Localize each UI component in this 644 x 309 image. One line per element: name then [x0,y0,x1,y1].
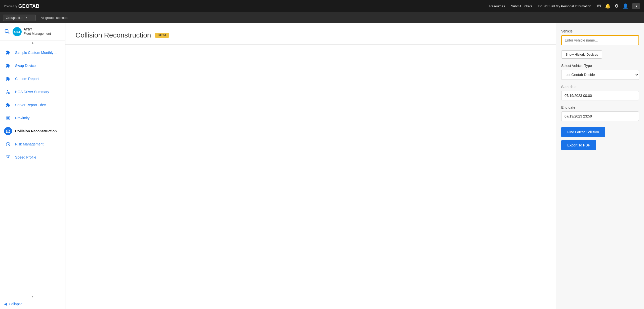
sidebar-item-label-7: Risk Management [15,142,44,146]
chart-icon [4,140,12,148]
main-body [65,45,556,145]
main-content: Collision Reconstruction BETA [65,23,556,309]
brand-name-att: AT&T [24,27,51,32]
vehicle-label: Vehicle [561,29,639,33]
sidebar-collapse-button[interactable]: ◀ Collapse [0,299,65,309]
page-header: Collision Reconstruction BETA [65,23,556,45]
sidebar-item-risk-management[interactable]: Risk Management [0,138,65,151]
sidebar-item-hos-driver-summary[interactable]: HOS Driver Summary [0,85,65,98]
groups-filter-button[interactable]: Groups filter ▾ [3,15,36,21]
groups-filter-label: Groups filter [6,16,24,20]
collapse-chevron-icon: ◀ [4,302,7,306]
gear-icon[interactable]: ⚙ [615,3,619,9]
end-date-label: End date [561,105,639,109]
geotab-logo: Powered by GEOTAB [4,3,39,9]
right-panel: Vehicle Show Historic Devices Select Veh… [556,23,644,309]
do-not-sell-link[interactable]: Do Not Sell My Personal Information [538,4,591,8]
sidebar-item-server-report[interactable]: Server Report - dev [0,98,65,111]
powered-by-text: Powered by [4,5,17,8]
envelope-icon[interactable]: ✉ [597,3,601,9]
sidebar-item-sample-custom-monthly[interactable]: Sample Custom Monthly ... [0,46,65,59]
sidebar: AT&T AT&T Fleet Management ▲ Sample Cust… [0,23,65,309]
submit-tickets-link[interactable]: Submit Tickets [511,4,532,8]
brand-name-fleet: Fleet Management [24,32,51,35]
user-icon[interactable]: 👤 [623,3,628,9]
find-latest-collision-button[interactable]: Find Latest Collision [561,127,605,137]
puzzle-icon-1 [4,62,12,70]
car-crash-icon [4,127,12,135]
top-nav-right: ✉ 🔔 ⚙ 👤 ▾ [597,3,640,9]
svg-text:AT&T: AT&T [14,31,20,33]
location-circle-icon [4,114,12,122]
puzzle-icon-0 [4,49,12,57]
sidebar-item-swap-device[interactable]: Swap Device [0,59,65,72]
puzzle-icon-2 [4,75,12,83]
export-to-pdf-button[interactable]: Export To PDF [561,140,596,150]
puzzle-icon-4 [4,101,12,109]
start-date-label: Start date [561,85,639,89]
resources-link[interactable]: Resources [489,4,505,8]
start-date-input[interactable] [561,91,639,100]
page-title: Collision Reconstruction [75,31,151,39]
sidebar-scroll-up-button[interactable]: ▲ [0,41,65,45]
sidebar-item-custom-report[interactable]: Custom Report [0,72,65,85]
svg-point-12 [7,131,8,132]
sidebar-item-speed-profile[interactable]: Speed Profile [0,151,65,164]
sidebar-scroll-down-button[interactable]: ▼ [0,294,65,299]
sidebar-item-label-3: HOS Driver Summary [15,90,49,94]
sidebar-list: Sample Custom Monthly ... Swap Device [0,45,65,294]
sidebar-item-proximity[interactable]: Proximity [0,111,65,125]
person-clock-icon [4,88,12,96]
beta-badge: BETA [155,33,169,38]
brand-logo: AT&T AT&T Fleet Management [13,27,51,36]
show-historic-devices-button[interactable]: Show Historic Devices [561,50,602,59]
speedometer-icon [4,153,12,161]
sidebar-item-label-0: Sample Custom Monthly ... [15,51,57,55]
sidebar-item-label-8: Speed Profile [15,155,36,159]
vehicle-input[interactable] [561,35,639,45]
top-nav-left: Powered by GEOTAB [4,3,39,9]
att-logo-icon: AT&T [13,27,22,36]
top-nav: Powered by GEOTAB Resources Submit Ticke… [0,0,644,12]
svg-line-1 [8,32,9,33]
end-date-input[interactable] [561,111,639,121]
brand-name: AT&T Fleet Management [24,27,51,36]
collapse-label: Collapse [9,302,22,306]
bell-icon[interactable]: 🔔 [605,3,611,9]
sidebar-header: AT&T AT&T Fleet Management [0,23,65,41]
chevron-down-icon: ▾ [636,4,637,8]
svg-point-13 [9,131,10,132]
vehicle-type-select[interactable]: Let Geotab Decide Passenger Car Light Tr… [561,70,639,80]
select-vehicle-type-label: Select Vehicle Type [561,64,639,68]
sidebar-item-label-1: Swap Device [15,64,36,68]
geotab-logo-text: GEOTAB [18,3,39,9]
main-layout: AT&T AT&T Fleet Management ▲ Sample Cust… [0,23,644,309]
svg-point-4 [7,90,8,91]
sidebar-item-label-4: Server Report - dev [15,103,46,107]
sidebar-item-collision-reconstruction[interactable]: Collision Reconstruction [0,125,65,138]
sidebar-item-label-6: Collision Reconstruction [15,129,57,133]
svg-point-7 [8,118,9,119]
search-icon[interactable] [4,28,10,35]
sidebar-item-label-5: Proximity [15,116,30,120]
user-dropdown[interactable]: ▾ [632,3,640,9]
top-nav-links: Resources Submit Tickets Do Not Sell My … [489,3,640,9]
sidebar-item-label-2: Custom Report [15,77,39,81]
second-nav: Groups filter ▾ All groups selected [0,12,644,23]
all-groups-selected-text: All groups selected [41,16,68,20]
groups-filter-chevron-icon: ▾ [26,16,27,19]
